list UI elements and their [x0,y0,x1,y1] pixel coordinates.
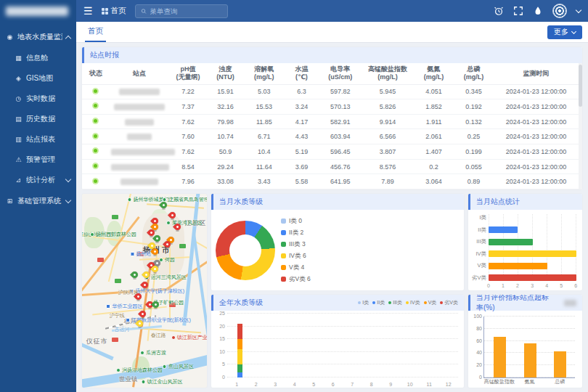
sidebar-item-6[interactable]: ⊿统计分析 [0,170,76,190]
hamburger-icon[interactable]: ☰ [83,6,93,16]
gridline: 25 [227,313,458,314]
station-table-body: 7.2215.915.036.3597.825.9454.0510.345202… [82,84,579,189]
value-cell: 7.89 [362,174,414,189]
sidebar-item-label: 信息舱 [26,53,72,63]
legend-item[interactable]: I类 [358,299,369,306]
sidebar-item-1[interactable]: ◈GIS地图 [0,68,76,89]
sidebar-item-3[interactable]: ▤历史数据 [0,109,76,129]
table-row[interactable]: 8.5429.2411.643.69456.768.5760.20.055202… [82,159,579,174]
legend-item[interactable]: II类 [372,299,385,306]
legend-item[interactable]: III类 [388,299,402,306]
legend-item[interactable]: III类 3 [281,240,311,249]
table-row[interactable]: 7.9633.083.435.58641.957.893.0640.892024… [82,174,579,189]
content: 站点时报 状态站点pH值(无量纲)浊度(NTU)溶解氧(mg/L)水温(℃)电导… [76,43,588,392]
legend-item[interactable]: V类 4 [281,264,311,272]
gridline: 3 [532,214,533,280]
station-pin-red[interactable] [164,241,171,249]
bar [489,239,533,245]
menu-search-input[interactable] [150,7,222,15]
category-label: V类 [471,262,489,269]
table-row[interactable]: 7.6279.9811.854.17582.919.9141.9110.1322… [82,114,579,129]
legend-item[interactable]: IV类 6 [281,252,311,261]
station-pin-yellow[interactable] [136,320,143,328]
status-online-dot [92,102,99,109]
fullscreen-icon[interactable] [513,6,523,16]
station-pin-green[interactable] [154,235,160,243]
sidebar-item-5[interactable]: ⚠预警管理 [0,150,76,170]
pin-head [168,211,177,220]
station-pin-red[interactable] [174,224,181,232]
x-tick-label: 10 [401,382,420,387]
station-pin-red[interactable] [135,293,142,301]
station-pin-yellow[interactable] [143,271,150,279]
legend-item[interactable]: V类 [424,299,437,306]
bar [489,226,518,233]
sidebar-item-label: 实时数据 [26,94,72,104]
stats-analysis-icon: ⊿ [15,176,23,184]
system-icon: ◉ [6,33,14,41]
chevron-down-icon [571,28,576,33]
menu-search[interactable] [135,4,228,18]
legend-item[interactable]: 劣V类 [440,299,458,306]
legend-swatch [406,301,409,304]
map-panel[interactable]: 扬州市江都区仪征市朴席镇世业镇仪征捺山地质公园扬州西郊森林公园扬州华侨城梦幻之城… [82,194,207,388]
breadcrumb-home[interactable]: 首页 [102,6,126,16]
history-data-icon: ▤ [15,115,23,123]
chevron-up-icon [65,35,71,41]
table-scrollbar[interactable] [579,63,582,189]
redacted-link[interactable] [564,300,576,306]
table-row[interactable]: 7.2215.915.036.3597.825.9454.0510.345202… [82,84,579,99]
station-table: 状态站点pH值(无量纲)浊度(NTU)溶解氧(mg/L)水温(℃)电导率(uS/… [82,63,579,189]
value-cell: 2.061 [414,129,454,144]
station-pin-green[interactable] [152,301,159,309]
value-cell: 0.25 [454,129,494,144]
legend-swatch [388,301,391,304]
table-row[interactable]: 7.6250.910.45.19596.453.8071.4070.199202… [82,144,579,160]
station-pin-red[interactable] [169,212,176,220]
pin-head [150,265,160,274]
legend-item[interactable]: II类 2 [281,229,311,237]
chevron-down-icon[interactable] [576,7,581,13]
table-row[interactable]: 7.6010.746.714.43603.946.5662.0610.25202… [82,129,579,144]
sidebar-group-0[interactable]: ◉地表水质量监测系统 [0,26,76,48]
station-name-redacted [127,134,152,140]
station-pin-orange[interactable] [152,248,158,256]
legend-item[interactable]: 劣V类 6 [281,275,311,284]
more-button[interactable]: 更多 [547,25,582,39]
tab-home[interactable]: 首页 [85,22,106,42]
sidebar-item-0[interactable]: ▦信息舱 [0,48,76,68]
legend-item[interactable]: IV类 [406,299,420,306]
station-name-redacted [119,89,160,95]
value-cell: 8.576 [362,159,414,174]
bar-track [489,250,576,257]
stack-segment [237,349,242,364]
time-cell: 2024-01-23 12:00:00 [494,114,579,129]
sidebar-item-4[interactable]: ▥站点报表 [0,129,76,150]
pin-head [140,280,150,290]
avatar[interactable] [552,4,567,18]
station-pin-red[interactable] [142,282,148,290]
station-pin-green[interactable] [131,271,138,279]
exceed-rate-chart: 020406080100高锰酸盐指数氨氮总磷 [471,314,576,388]
y-tick-label: 80 [473,326,482,331]
donut-chart [216,221,275,280]
station-pin-yellow[interactable] [152,266,158,274]
alarm-icon[interactable] [494,6,504,16]
station-cell [110,129,169,144]
value-cell: 9.914 [362,114,414,129]
value-cell: 456.76 [319,159,361,174]
panel-header: 站点时报 [82,47,582,63]
station-pin-red[interactable] [139,311,146,319]
sidebar-item-2[interactable]: ◷实时数据 [0,89,76,109]
status-cell [82,99,110,115]
sidebar-group-1[interactable]: ⊞基础管理系统 [0,190,76,212]
table-row[interactable]: 7.3732.1615.533.24570.135.8261.8520.1922… [82,99,579,115]
legend-item[interactable]: I类 0 [281,217,311,226]
station-name-redacted [125,119,154,126]
station-pin-green[interactable] [160,202,167,210]
value-cell: 0.2 [414,159,454,174]
legend-label: II类 2 [289,229,303,237]
drop-icon[interactable] [533,6,543,16]
topbar-actions [494,4,581,18]
pin-base [138,327,142,328]
